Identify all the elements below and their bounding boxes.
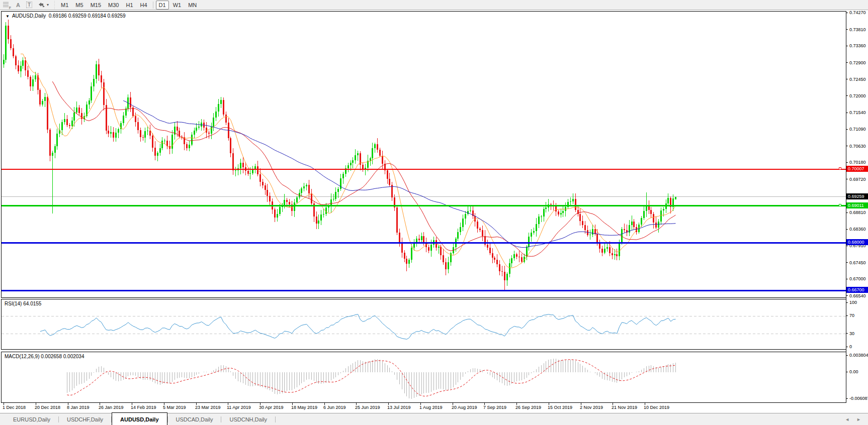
price-axis-label: 0.66540 <box>849 293 866 298</box>
date-axis-label: 23 Mar 2019 <box>195 405 221 410</box>
fibo-grid-glyph: F <box>3 2 10 8</box>
date-axis-label: 15 Oct 2019 <box>548 405 572 410</box>
line-marker <box>839 167 841 170</box>
timeframe-button-m1[interactable]: M1 <box>58 1 71 10</box>
tab-scroll-right-icon[interactable]: ► <box>856 417 861 422</box>
price-axis-tick <box>846 129 848 130</box>
rsi-axis-label: 30 <box>849 331 854 336</box>
ohlc-high: 0.69259 <box>68 13 86 19</box>
mt4-chart-window: F A T ▾ M1M5M15M30H1H4D1W1MN ▼AUDUSD,Dai… <box>0 0 868 425</box>
chart-title: ▼AUDUSD,Daily 0.69186 0.69259 0.69184 0.… <box>6 13 126 19</box>
price-axis-tick <box>846 246 848 246</box>
ohlc-close: 0.69259 <box>108 13 126 19</box>
date-axis-label: 20 Dec 2018 <box>35 405 60 410</box>
date-axis-label: 7 Sep 2019 <box>483 405 506 410</box>
price-axis-box-0.69011: 0.69011 <box>846 202 868 208</box>
chart-tab-usdchf[interactable]: USDCHF,Daily <box>59 413 111 425</box>
price-axis-tick <box>846 212 848 213</box>
rsi-axis-tick <box>846 333 848 334</box>
macd-chart-svg <box>2 352 846 403</box>
price-axis-box-0.69259: 0.69259 <box>846 193 868 199</box>
price-axis-tick <box>846 46 848 46</box>
rsi-chart-svg <box>2 299 846 350</box>
timeframe-button-m15[interactable]: M15 <box>88 1 104 10</box>
date-axis: 1 Dec 201820 Dec 20188 Jan 201926 Jan 20… <box>1 403 846 412</box>
macd-axis-label: 0.003804 <box>849 353 868 358</box>
moving-average-8 <box>21 54 675 268</box>
timeframe-button-m5[interactable]: M5 <box>72 1 86 10</box>
timeframe-button-h4[interactable]: H4 <box>137 1 150 10</box>
rsi-axis-tick <box>846 347 848 347</box>
price-axis-tick <box>846 279 848 279</box>
rsi-axis-tick <box>846 315 848 316</box>
rsi-axis-label: 100 <box>849 300 857 305</box>
date-axis-label: 26 Sep 2019 <box>515 405 541 410</box>
chart-tab-eurusd[interactable]: EURUSD,Daily <box>5 413 58 425</box>
rsi-axis-label: 0 <box>849 344 852 349</box>
timeframe-button-mn[interactable]: MN <box>185 1 200 10</box>
toolbar-divider <box>153 2 153 9</box>
chart-tab-usdcad[interactable]: USDCAD,Daily <box>168 413 221 425</box>
timeframe-button-m30[interactable]: M30 <box>105 1 122 10</box>
date-axis-label: 2 Nov 2019 <box>580 405 603 410</box>
macd-value: 0.002658 <box>41 354 62 359</box>
price-axis-box-0.66700: 0.66700 <box>846 287 868 293</box>
macd-axis-label: -0.006087 <box>849 396 868 401</box>
rsi-axis-tick <box>846 302 848 303</box>
price-axis-label: 0.68360 <box>849 227 866 232</box>
price-axis-tick <box>846 29 848 30</box>
timeframe-button-h1[interactable]: H1 <box>123 1 136 10</box>
price-axis-label: 0.67000 <box>849 276 866 281</box>
price-axis-tick <box>846 295 848 296</box>
price-axis-tick <box>846 13 848 13</box>
date-axis-label: 6 Jun 2019 <box>323 405 346 410</box>
date-axis-label: 20 Aug 2019 <box>452 405 477 410</box>
chart-tabbar: EURUSD,DailyUSDCHF,DailyAUDUSD,DailyUSDC… <box>0 413 868 425</box>
fibo-grid-icon[interactable]: F <box>0 1 13 9</box>
macd-axis-tick <box>846 372 848 372</box>
timeframe-button-d1[interactable]: D1 <box>156 1 169 10</box>
toolbar-separator <box>53 1 56 9</box>
price-axis-label: 0.73810 <box>849 27 866 32</box>
price-axis-label: 0.71090 <box>849 127 866 132</box>
timeframe-button-w1[interactable]: W1 <box>170 1 185 10</box>
rsi-panel[interactable]: RSI(14) 64.0155 <box>1 299 846 350</box>
date-axis-label: 11 Apr 2019 <box>227 405 251 410</box>
date-axis-label: 26 Jan 2019 <box>99 405 124 410</box>
ohlc-open: 0.69186 <box>49 13 67 19</box>
price-axis-label: 0.70180 <box>849 160 866 165</box>
collapse-icon[interactable]: ▼ <box>6 14 10 19</box>
rsi-label: RSI(14) 64.0155 <box>5 301 41 306</box>
date-axis-label: 14 Feb 2019 <box>131 405 156 410</box>
macd-axis-tick <box>846 355 848 356</box>
chevron-down-icon: ▾ <box>47 3 49 7</box>
macd-panel[interactable]: MACD(12,26,9) 0.002658 0.002034 <box>1 352 846 403</box>
main-chart-panel[interactable]: ▼AUDUSD,Daily 0.69186 0.69259 0.69184 0.… <box>1 11 846 298</box>
date-axis-label: 18 May 2019 <box>291 405 317 410</box>
pointer-tools-icon[interactable]: ▾ <box>35 1 52 9</box>
price-axis-label: 0.68810 <box>849 210 866 215</box>
date-axis-label: 1 Dec 2018 <box>3 405 26 410</box>
price-axis-label: 0.72450 <box>849 77 866 82</box>
price-axis-tick <box>846 62 848 63</box>
price-axis-tick <box>846 262 848 263</box>
price-axis-label: 0.73360 <box>849 43 866 48</box>
text-box-icon[interactable]: T <box>23 1 35 9</box>
tab-scroll-left-icon[interactable]: ◄ <box>845 417 849 422</box>
date-axis-label: 25 Jun 2019 <box>355 405 380 410</box>
price-axis-label: 0.70630 <box>849 144 866 149</box>
date-axis-label: 5 Mar 2019 <box>163 405 186 410</box>
macd-axis-tick <box>846 398 848 399</box>
rsi-line <box>40 314 676 340</box>
price-axis-label: 0.69720 <box>849 177 866 182</box>
date-axis-label: 21 Nov 2019 <box>612 405 637 410</box>
rsi-axis-label: 70 <box>849 313 854 318</box>
text-label-icon[interactable]: A <box>13 1 23 9</box>
price-axis-label: 0.72000 <box>849 93 866 98</box>
chart-tab-usdcnh[interactable]: USDCNH,Daily <box>221 413 275 425</box>
chart-tab-audusd[interactable]: AUDUSD,Daily <box>112 412 167 425</box>
candlestick-chart-svg <box>2 12 846 298</box>
price-axis-tick <box>846 95 848 96</box>
symbol-label: AUDUSD,Daily <box>12 13 46 19</box>
date-axis-label: 1 Aug 2019 <box>419 405 443 410</box>
